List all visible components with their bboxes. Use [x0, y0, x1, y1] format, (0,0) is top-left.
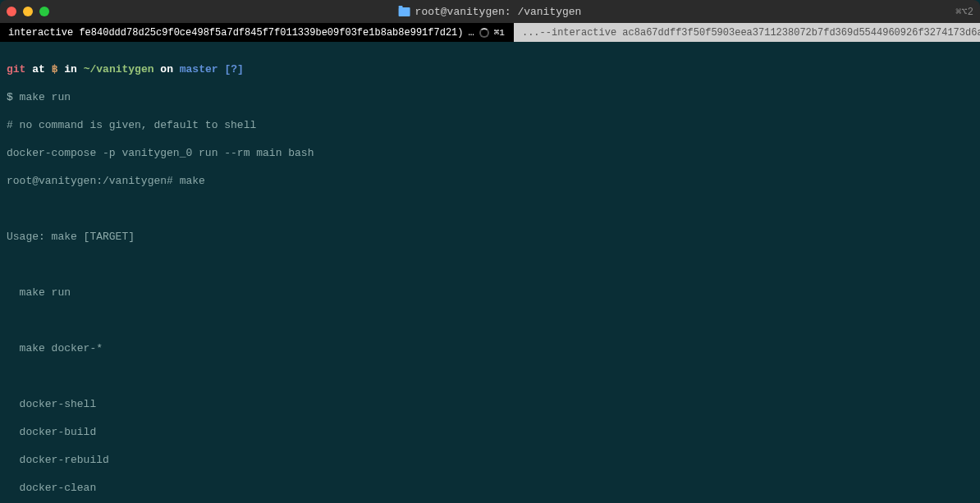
- spinner-icon: [479, 28, 489, 38]
- prompt-at: at: [32, 63, 45, 75]
- tab-1-ellipsis: …: [469, 27, 474, 39]
- cmd-make-run: make run: [20, 91, 71, 103]
- output-line: docker-build: [7, 425, 973, 439]
- window-title: root@vanitygen: /vanitygen: [399, 6, 582, 18]
- output-line: make run: [7, 286, 973, 300]
- tab-1-label: interactive fe840ddd78d25c9f0ce498f5a7df…: [8, 27, 464, 39]
- prompt-in: in: [64, 63, 77, 75]
- tab-bar: interactive fe840ddd78d25c9f0ce498f5a7df…: [0, 23, 980, 42]
- window-shortcut: ⌘⌥2: [955, 6, 973, 18]
- title-bar: root@vanitygen: /vanitygen ⌘⌥2: [0, 0, 980, 23]
- terminal-content[interactable]: git at ฿ in ~/vanitygen on master [?] $ …: [0, 42, 980, 503]
- output-line: # no command is given, default to shell: [7, 118, 973, 132]
- output-line: docker-rebuild: [7, 453, 973, 467]
- output-line: [7, 202, 973, 216]
- output-line: Usage: make [TARGET]: [7, 230, 973, 244]
- traffic-lights: [7, 7, 49, 16]
- tab-1-shortcut: ⌘1: [494, 27, 505, 38]
- output-line: make docker-*: [7, 341, 973, 355]
- output-line: [7, 258, 973, 272]
- output-line: [7, 313, 973, 327]
- prompt-status: [?]: [224, 63, 243, 75]
- output-line: docker-shell: [7, 397, 973, 411]
- terminal-window: root@vanitygen: /vanitygen ⌘⌥2 interacti…: [0, 0, 980, 503]
- output-line: root@vanitygen:/vanitygen# make: [7, 174, 973, 188]
- prompt-on: on: [160, 63, 173, 75]
- tab-2-label: ...--interactive ac8a67ddff3f50f5903eea3…: [522, 27, 980, 39]
- maximize-button[interactable]: [39, 7, 49, 16]
- close-button[interactable]: [7, 7, 16, 16]
- output-line: docker-clean: [7, 481, 973, 495]
- minimize-button[interactable]: [23, 7, 33, 16]
- shell-prompt: $: [7, 91, 20, 103]
- window-title-text: root@vanitygen: /vanitygen: [415, 6, 582, 18]
- prompt-branch: master: [180, 63, 218, 75]
- prompt-git: git: [7, 63, 25, 75]
- output-line: docker-compose -p vanitygen_0 run --rm m…: [7, 146, 973, 160]
- prompt-path: ~/vanitygen: [84, 63, 154, 75]
- tab-2[interactable]: ...--interactive ac8a67ddff3f50f5903eea3…: [514, 23, 980, 42]
- output-line: [7, 369, 973, 383]
- bitcoin-icon: ฿: [52, 63, 58, 75]
- tab-1[interactable]: interactive fe840ddd78d25c9f0ce498f5a7df…: [0, 23, 514, 42]
- folder-icon: [399, 7, 410, 16]
